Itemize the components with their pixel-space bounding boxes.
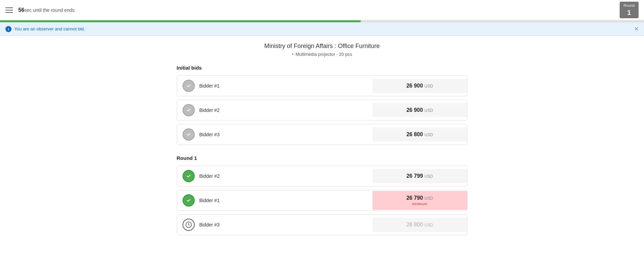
round1-bid-row-1-left: Bidder #1	[177, 190, 373, 211]
round1-title: Round 1	[177, 155, 468, 161]
initial-bid-row-3-left: Bidder #3	[177, 124, 373, 145]
check-icon-grey-3	[183, 128, 195, 141]
close-banner-icon[interactable]: ✕	[634, 26, 639, 32]
round1-bid-2-value: 26 799 USD	[406, 173, 433, 179]
auction-title: Ministry of Foreign Affairs : Office Fur…	[177, 43, 468, 50]
initial-bidder-2-name: Bidder #2	[199, 107, 220, 113]
initial-bid-row-2-left: Bidder #2	[177, 100, 373, 120]
check-icon-grey-1	[183, 80, 195, 92]
initial-bid-row-3: Bidder #3 26 800 USD	[177, 124, 468, 145]
hamburger-menu-icon[interactable]	[5, 7, 13, 13]
observer-message: You are an observer and cannot bid.	[14, 26, 85, 31]
round1-bidder-1-name: Bidder #1	[199, 198, 220, 203]
round-number: 1	[624, 8, 635, 17]
initial-bid-2-amount: 26 900 USD	[373, 103, 467, 117]
initial-bid-3-value: 26 800 USD	[406, 131, 433, 137]
bullet-point: •	[292, 52, 294, 57]
initial-bids-list: Bidder #1 26 900 USD Bidder #2 26 900 US…	[177, 75, 468, 145]
observer-banner: i You are an observer and cannot bid. ✕	[0, 22, 644, 36]
round1-bid-1-value: 26 790 USD	[406, 195, 433, 201]
round1-bidder-2-name: Bidder #2	[199, 173, 220, 179]
initial-bid-row-1: Bidder #1 26 900 USD	[177, 75, 468, 96]
round1-bid-row-3-left: Bidder #3	[177, 215, 373, 235]
initial-bidder-3-name: Bidder #3	[199, 132, 220, 137]
check-icon-green-2	[183, 170, 195, 182]
round1-bid-row-1: Bidder #1 26 790 USD minimum	[177, 190, 468, 211]
top-bar-left: 56sec until the round ends	[5, 7, 74, 13]
round1-bidder-3-name: Bidder #3	[199, 222, 220, 227]
initial-bid-3-amount: 26 800 USD	[373, 127, 467, 142]
svg-line-7	[189, 225, 190, 225]
round-badge: Round 1	[620, 2, 639, 18]
round1-bid-row-2: Bidder #2 26 799 USD	[177, 166, 468, 187]
timer-seconds: 56	[18, 7, 24, 13]
initial-bids-title: Initial bids	[177, 65, 468, 71]
auction-subtitle: • Multimedia projector - 20 pcs	[177, 52, 468, 57]
bid-minimum-label: minimum	[379, 202, 460, 206]
main-content: Ministry of Foreign Affairs : Office Fur…	[170, 36, 474, 252]
timer-text: 56sec until the round ends	[18, 7, 74, 13]
info-icon: i	[5, 26, 11, 32]
round1-bid-1-amount: 26 790 USD minimum	[373, 191, 467, 210]
round1-bid-2-amount: 26 799 USD	[373, 169, 467, 183]
initial-bid-1-amount: 26 900 USD	[373, 79, 467, 93]
timer-unit: sec until the round ends	[24, 7, 75, 13]
check-icon-grey-2	[183, 104, 195, 116]
round1-bid-row-2-left: Bidder #2	[177, 166, 373, 186]
initial-bid-2-value: 26 900 USD	[406, 107, 433, 113]
initial-bid-1-value: 26 900 USD	[406, 83, 433, 89]
check-icon-green-1	[183, 194, 195, 207]
round1-bid-3-value: 26 800 USD	[406, 222, 433, 227]
top-bar: 56sec until the round ends Round 1	[0, 0, 644, 20]
round1-bid-row-3: Bidder #3 26 800 USD	[177, 214, 468, 235]
round-label: Round	[624, 3, 635, 8]
observer-banner-left: i You are an observer and cannot bid.	[5, 26, 85, 32]
initial-bidder-1-name: Bidder #1	[199, 83, 220, 89]
auction-subtitle-text: Multimedia projector - 20 pcs	[295, 52, 352, 57]
round1-bids-list: Bidder #2 26 799 USD Bidder #1 26 790 US…	[177, 166, 468, 235]
initial-bid-row-1-left: Bidder #1	[177, 76, 373, 96]
initial-bid-row-2: Bidder #2 26 900 USD	[177, 100, 468, 121]
clock-icon-3	[183, 219, 195, 231]
round1-bid-3-amount: 26 800 USD	[373, 218, 467, 232]
